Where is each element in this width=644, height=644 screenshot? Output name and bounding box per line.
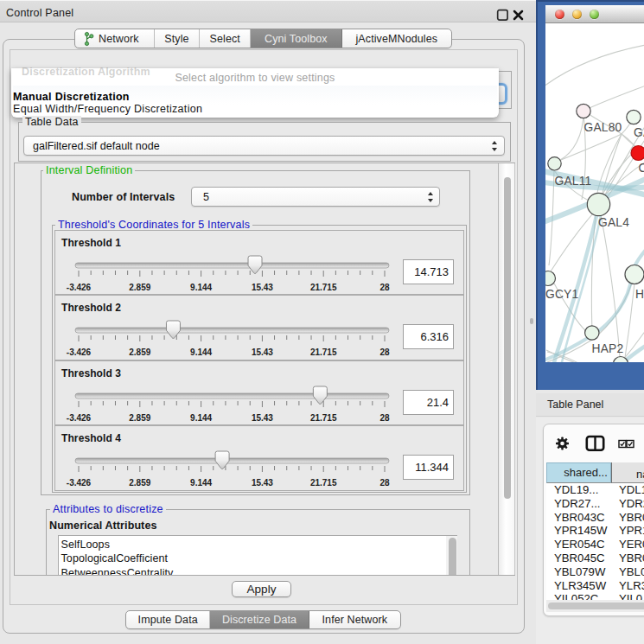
svg-text:HAP2: HAP2 <box>592 342 624 355</box>
svg-text:GAL11: GAL11 <box>555 175 592 188</box>
svg-text:GAL80: GAL80 <box>584 121 622 134</box>
svg-text:C: C <box>639 162 644 175</box>
svg-text:GCY1: GCY1 <box>545 288 578 301</box>
svg-text:H: H <box>635 288 644 301</box>
svg-text:GAL4: GAL4 <box>598 216 629 229</box>
svg-text:GA: GA <box>634 126 644 139</box>
